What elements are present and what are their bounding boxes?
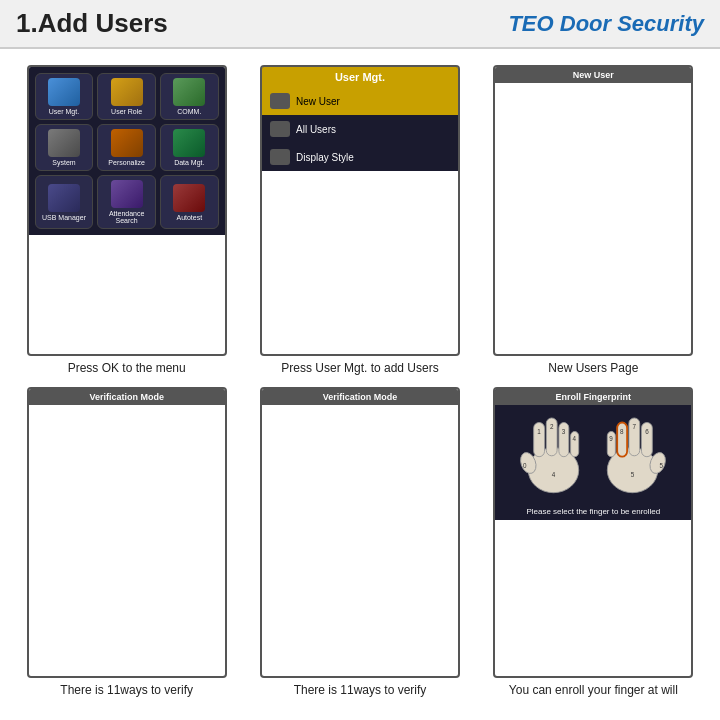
cell-enroll: Enroll Fingerprint [477, 381, 710, 703]
watermark-4: TEO Door Security [34, 645, 123, 656]
usermgt-item-display-style[interactable]: Display Style [262, 143, 458, 171]
caption-6: You can enroll your finger at will [509, 683, 678, 697]
svg-text:4: 4 [552, 471, 556, 478]
svg-text:6: 6 [645, 428, 649, 435]
usermgt-menu: User Mgt. New UserAll UsersDisplay Style [262, 67, 458, 171]
verify2-list: Verification Mode [262, 389, 458, 405]
cell-menu: User Mgt.User RoleCOMM.SystemPersonalize… [10, 59, 243, 381]
svg-text:1: 1 [538, 428, 542, 435]
brand-label: TEO Door Security [508, 11, 704, 37]
svg-text:9: 9 [609, 435, 613, 442]
caption-5: There is 11ways to verify [294, 683, 427, 697]
cell-verify1: Verification Mode TEO Door Security Ther… [10, 381, 243, 703]
caption-1: Press OK to the menu [68, 361, 186, 375]
cell-usermgt: User Mgt. New UserAll UsersDisplay Style… [243, 59, 476, 381]
usermgt-item-all-users[interactable]: All Users [262, 115, 458, 143]
menu-icon-personalize[interactable]: Personalize [97, 124, 156, 171]
menu-icon-data-mgt.[interactable]: Data Mgt. [160, 124, 219, 171]
main-grid: User Mgt.User RoleCOMM.SystemPersonalize… [0, 49, 720, 713]
screen-verify2: Verification Mode TEO Door Security [260, 387, 460, 678]
watermark-1: TEO Door Security [39, 313, 128, 324]
svg-text:5: 5 [660, 462, 664, 469]
menu-icon-comm.[interactable]: COMM. [160, 73, 219, 120]
enroll-hands: 0 1 2 3 4 4 [512, 405, 674, 503]
menu-icons-grid: User Mgt.User RoleCOMM.SystemPersonalize… [29, 67, 225, 235]
menu-icon-usb-manager[interactable]: USB Manager [35, 175, 94, 229]
left-hand-svg: 0 1 2 3 4 4 [516, 409, 591, 499]
watermark-5: TEO Door Security [267, 645, 356, 656]
caption-2: Press User Mgt. to add Users [281, 361, 438, 375]
caption-4: There is 11ways to verify [60, 683, 193, 697]
watermark-2: TEO Door Security [267, 323, 356, 334]
svg-text:2: 2 [550, 423, 554, 430]
menu-icon-system[interactable]: System [35, 124, 94, 171]
screen-menu: User Mgt.User RoleCOMM.SystemPersonalize… [27, 65, 227, 356]
cell-newuser: New User TEO Door Security New Users Pag… [477, 59, 710, 381]
usermgt-item-icon [270, 93, 290, 109]
page-title: 1.Add Users [16, 8, 168, 39]
screen-verify1: Verification Mode TEO Door Security [27, 387, 227, 678]
enroll-title: Enroll Fingerprint [495, 389, 691, 405]
screen-usermgt: User Mgt. New UserAll UsersDisplay Style… [260, 65, 460, 356]
menu-icon-attendance-search[interactable]: Attendance Search [97, 175, 156, 229]
menu-icon-user-mgt.[interactable]: User Mgt. [35, 73, 94, 120]
screen-newuser: New User TEO Door Security [493, 65, 693, 356]
usermgt-item-new-user[interactable]: New User [262, 87, 458, 115]
screen-enroll: Enroll Fingerprint [493, 387, 693, 678]
header: 1.Add Users TEO Door Security [0, 0, 720, 49]
enroll-caption: Please select the finger to be enrolled [522, 503, 664, 520]
svg-text:5: 5 [631, 471, 635, 478]
verify1-list: Verification Mode [29, 389, 225, 405]
svg-text:3: 3 [562, 428, 566, 435]
svg-text:7: 7 [633, 423, 637, 430]
menu-icon-user-role[interactable]: User Role [97, 73, 156, 120]
enroll-content: Enroll Fingerprint [495, 389, 691, 520]
cell-verify2: Verification Mode TEO Door Security Ther… [243, 381, 476, 703]
right-hand-svg: 9 8 7 6 5 5 [595, 409, 670, 499]
svg-text:4: 4 [573, 435, 577, 442]
usermgt-item-icon [270, 121, 290, 137]
usermgt-title: User Mgt. [262, 67, 458, 87]
caption-3: New Users Page [548, 361, 638, 375]
usermgt-item-icon [270, 149, 290, 165]
verify1-title: Verification Mode [29, 389, 225, 405]
newuser-title: New User [495, 67, 691, 83]
svg-text:8: 8 [620, 428, 624, 435]
svg-text:0: 0 [523, 462, 527, 469]
menu-icon-autotest[interactable]: Autotest [160, 175, 219, 229]
newuser-form: New User [495, 67, 691, 83]
verify2-title: Verification Mode [262, 389, 458, 405]
watermark-3: TEO Door Security [500, 323, 589, 334]
